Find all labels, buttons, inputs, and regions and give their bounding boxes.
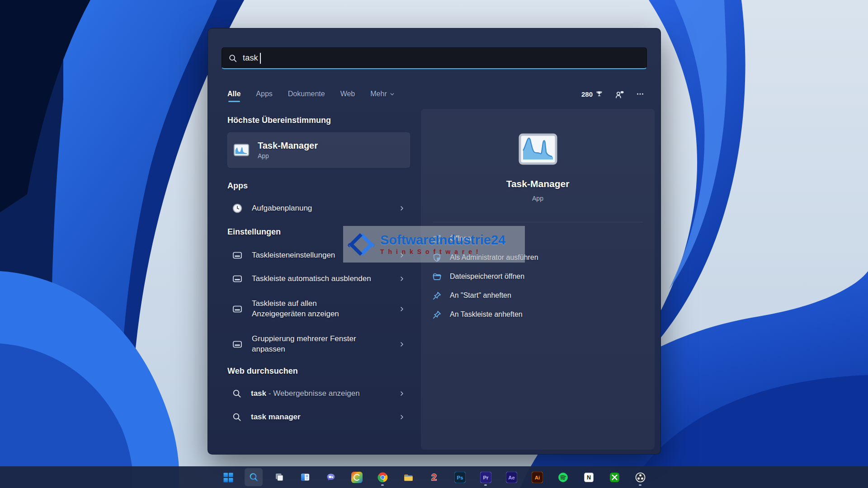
best-match-row[interactable]: Task-Manager App	[227, 132, 410, 168]
result-label: task - Webergebnisse anzeigen	[251, 389, 360, 399]
file-explorer-icon	[403, 472, 414, 483]
result-row-web-task[interactable]: task - Webergebnisse anzeigen	[227, 382, 410, 405]
trophy-icon	[595, 90, 603, 98]
result-label: task manager	[251, 412, 301, 422]
running-indicator	[484, 484, 487, 486]
result-row-taskbar-all-displays[interactable]: Taskleiste auf allen Anzeigegeräten anze…	[227, 291, 410, 327]
logo-guillemet-right: »	[369, 239, 375, 250]
more-options-icon[interactable]	[636, 90, 644, 98]
watermark-text: SoftwareIndustrie24 T h i n k S o f t w …	[380, 233, 505, 255]
obs-studio-icon	[635, 472, 646, 483]
taskbar-settings-icon	[232, 304, 243, 314]
tab-label: Apps	[256, 90, 272, 98]
taskbar-notion-button[interactable]: N	[580, 468, 598, 486]
tab-alle[interactable]: Alle	[227, 90, 241, 98]
best-match-header: Höchste Übereinstimmung	[227, 116, 331, 125]
tab-dokumente[interactable]: Dokumente	[288, 90, 325, 98]
action-label: An Taskleiste anheften	[450, 310, 523, 319]
chevron-right-icon	[398, 390, 406, 397]
task-manager-icon	[233, 143, 250, 157]
search-query-text: task	[243, 53, 258, 63]
taskbar-obs-button[interactable]	[631, 468, 649, 486]
tab-label: Mehr	[370, 90, 387, 98]
taskbar-settings-icon	[232, 273, 243, 284]
result-label: Taskleiste auf allen Anzeigegeräten anze…	[252, 299, 339, 319]
tab-label: Dokumente	[288, 90, 325, 98]
best-match-text: Task-Manager App	[258, 141, 318, 160]
taskbar-after-effects-button[interactable]: Ae	[502, 468, 520, 486]
result-row-group-windows[interactable]: Gruppierung mehrerer Fenster anpassen	[227, 327, 410, 362]
red-2-app-icon: 2	[428, 471, 440, 483]
notion-icon: N	[583, 472, 594, 483]
spotify-icon	[557, 472, 569, 483]
ps-glyph: Ps	[457, 474, 463, 480]
widgets-icon	[300, 472, 311, 483]
taskbar-red-2-app-button[interactable]: 2	[425, 468, 443, 486]
taskbar-chrome-button[interactable]	[373, 468, 392, 486]
taskbar-spotify-button[interactable]	[554, 468, 572, 486]
creative-cloud-icon	[351, 472, 363, 483]
best-match-title: Task-Manager	[258, 141, 318, 151]
action-label: Dateispeicherort öffnen	[450, 272, 524, 281]
context-subtitle: App	[421, 195, 655, 202]
premiere-pro-icon: Pr	[480, 472, 491, 483]
result-label: Taskleisteneinstellungen	[252, 250, 335, 261]
taskbar-chat-button[interactable]	[322, 468, 340, 486]
search-icon	[232, 412, 242, 422]
windows-start-icon	[222, 472, 233, 483]
rewards-points: 280	[581, 90, 593, 98]
rewards-badge[interactable]: 280	[581, 90, 603, 98]
pr-glyph: Pr	[483, 474, 489, 480]
account-icon[interactable]	[615, 89, 624, 99]
taskbar-start-button[interactable]	[219, 468, 237, 486]
taskbar-premiere-button[interactable]: Pr	[476, 468, 495, 486]
settings-section-header: Einstellungen	[227, 227, 281, 237]
result-row-taskbar-autohide[interactable]: Taskleiste automatisch ausblenden	[227, 267, 410, 291]
red-2-glyph: 2	[431, 472, 436, 482]
photoshop-icon: Ps	[454, 472, 466, 483]
result-row-web-task-manager[interactable]: task manager	[227, 405, 410, 429]
watermark-tagline: T h i n k S o f t w a r e !	[380, 249, 505, 255]
taskbar-creative-cloud-button[interactable]	[348, 468, 366, 486]
after-effects-icon: Ae	[506, 472, 517, 483]
result-label: Aufgabenplanung	[252, 203, 312, 214]
taskbar-task-view-button[interactable]	[270, 468, 288, 486]
chat-icon	[326, 472, 336, 483]
watermark-logo-icon: « »	[347, 230, 376, 259]
search-topbar-actions: 280	[581, 89, 644, 99]
taskbar-widgets-button[interactable]	[296, 468, 314, 486]
running-indicator	[381, 484, 384, 486]
context-title: Task-Manager	[421, 178, 655, 189]
tab-apps[interactable]: Apps	[256, 90, 272, 98]
tab-label: Web	[340, 90, 355, 98]
taskbar-photoshop-button[interactable]: Ps	[451, 468, 469, 486]
taskbar-xbox-button[interactable]	[605, 468, 623, 486]
chevron-down-icon	[389, 91, 395, 97]
action-pin-to-taskbar[interactable]: An Taskleiste anheften	[421, 305, 655, 324]
best-match-subtitle: App	[258, 152, 318, 160]
tab-web[interactable]: Web	[340, 90, 355, 98]
result-label: Gruppierung mehrerer Fenster anpassen	[252, 334, 356, 355]
tab-mehr[interactable]: Mehr	[370, 90, 395, 98]
search-icon	[248, 472, 259, 483]
illustrator-icon: Ai	[532, 472, 543, 483]
taskbar-illustrator-button[interactable]: Ai	[528, 468, 546, 486]
web-suffix: - Webergebnisse anzeigen	[266, 389, 360, 398]
chevron-right-icon	[398, 205, 406, 212]
action-pin-to-start[interactable]: An "Start" anheften	[421, 286, 655, 305]
logo-guillemet-left: «	[347, 239, 353, 250]
taskbar-settings-icon	[232, 250, 243, 261]
taskbar-file-explorer-button[interactable]	[399, 468, 417, 486]
result-row-aufgabenplanung[interactable]: Aufgabenplanung	[227, 197, 410, 220]
xbox-icon	[609, 472, 620, 483]
tab-label: Alle	[227, 90, 241, 98]
desktop: task Alle Apps Dokumente Web Mehr 280	[0, 0, 868, 488]
clock-icon	[232, 203, 243, 214]
chevron-right-icon	[398, 341, 406, 348]
search-icon	[232, 389, 242, 399]
search-input[interactable]: task	[222, 47, 647, 69]
action-label: An "Start" anheften	[450, 291, 511, 300]
action-open-file-location[interactable]: Dateispeicherort öffnen	[421, 267, 655, 286]
taskbar-search-button[interactable]	[245, 468, 263, 486]
chrome-icon	[377, 472, 388, 483]
